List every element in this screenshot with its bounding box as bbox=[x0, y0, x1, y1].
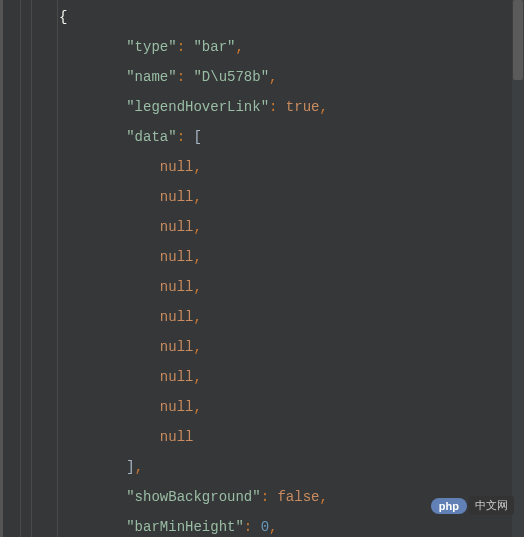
token-brace: { bbox=[59, 9, 67, 25]
token-string: "bar" bbox=[193, 39, 235, 55]
token-num: 0 bbox=[261, 519, 269, 535]
code-line[interactable]: null bbox=[59, 422, 524, 452]
token-punct: : bbox=[177, 129, 194, 145]
token-bool: true bbox=[286, 99, 320, 115]
token-punct: , bbox=[193, 399, 201, 415]
token-punct: , bbox=[193, 309, 201, 325]
token-punct: : bbox=[269, 99, 286, 115]
code-line[interactable]: null, bbox=[59, 272, 524, 302]
code-line[interactable]: null, bbox=[59, 182, 524, 212]
php-badge: php bbox=[431, 498, 467, 514]
code-line[interactable]: "legendHoverLink": true, bbox=[59, 92, 524, 122]
token-punct: , bbox=[135, 459, 143, 475]
code-line[interactable]: { bbox=[59, 2, 524, 32]
token-punct: , bbox=[193, 189, 201, 205]
token-punct: , bbox=[319, 489, 327, 505]
token-key: "type" bbox=[126, 39, 176, 55]
code-line[interactable]: null, bbox=[59, 362, 524, 392]
code-line[interactable]: null, bbox=[59, 302, 524, 332]
token-punct: , bbox=[269, 69, 277, 85]
cn-text-badge: 中文网 bbox=[469, 496, 514, 515]
code-area[interactable]: { "type": "bar", "name": "D\u578b", "leg… bbox=[59, 0, 524, 537]
token-bracket: ] bbox=[126, 459, 134, 475]
token-null: null bbox=[160, 219, 194, 235]
token-key: "data" bbox=[126, 129, 176, 145]
code-line[interactable]: null, bbox=[59, 212, 524, 242]
token-key: "legendHoverLink" bbox=[126, 99, 269, 115]
token-punct: , bbox=[235, 39, 243, 55]
vertical-scrollbar[interactable] bbox=[512, 0, 524, 537]
indent-guides bbox=[21, 0, 59, 537]
code-line[interactable]: null, bbox=[59, 392, 524, 422]
code-line[interactable]: "name": "D\u578b", bbox=[59, 62, 524, 92]
token-string: "D\u578b" bbox=[193, 69, 269, 85]
scroll-thumb[interactable] bbox=[513, 0, 523, 80]
token-punct: , bbox=[193, 339, 201, 355]
code-editor[interactable]: { "type": "bar", "name": "D\u578b", "leg… bbox=[0, 0, 524, 537]
token-null: null bbox=[160, 309, 194, 325]
token-null: null bbox=[160, 279, 194, 295]
token-key: "showBackground" bbox=[126, 489, 260, 505]
code-line[interactable]: "barMinHeight": 0, bbox=[59, 512, 524, 537]
token-null: null bbox=[160, 369, 194, 385]
watermark-badge: php 中文网 bbox=[431, 496, 514, 515]
token-key: "name" bbox=[126, 69, 176, 85]
code-line[interactable]: null, bbox=[59, 242, 524, 272]
code-line[interactable]: ], bbox=[59, 452, 524, 482]
token-null: null bbox=[160, 399, 194, 415]
code-line[interactable]: null, bbox=[59, 332, 524, 362]
token-null: null bbox=[160, 429, 194, 445]
token-bool: false bbox=[277, 489, 319, 505]
code-line[interactable]: null, bbox=[59, 152, 524, 182]
token-punct: , bbox=[193, 159, 201, 175]
token-punct: , bbox=[269, 519, 277, 535]
code-line[interactable]: "type": "bar", bbox=[59, 32, 524, 62]
gutter bbox=[3, 0, 21, 537]
token-punct: , bbox=[193, 249, 201, 265]
token-key: "barMinHeight" bbox=[126, 519, 244, 535]
token-null: null bbox=[160, 159, 194, 175]
token-null: null bbox=[160, 189, 194, 205]
code-line[interactable]: "data": [ bbox=[59, 122, 524, 152]
token-null: null bbox=[160, 339, 194, 355]
token-punct: : bbox=[177, 39, 194, 55]
token-punct: , bbox=[193, 219, 201, 235]
token-punct: : bbox=[177, 69, 194, 85]
token-punct: : bbox=[261, 489, 278, 505]
token-punct: , bbox=[319, 99, 327, 115]
token-punct: , bbox=[193, 279, 201, 295]
token-null: null bbox=[160, 249, 194, 265]
token-punct: : bbox=[244, 519, 261, 535]
token-bracket: [ bbox=[193, 129, 201, 145]
token-punct: , bbox=[193, 369, 201, 385]
